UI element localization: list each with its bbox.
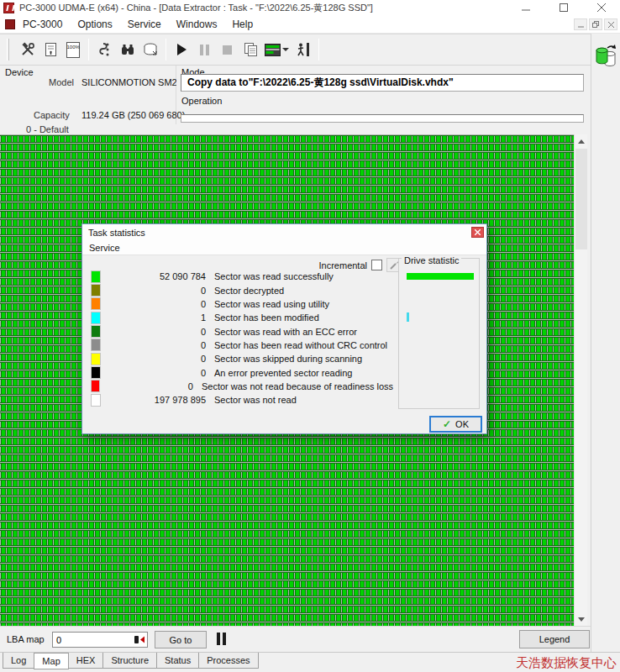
stat-row: 0 Sector was read with an ECC error (82, 324, 393, 338)
stat-row: 0 Sector was not read because of readine… (82, 380, 393, 393)
legend-button[interactable]: Legend (519, 630, 590, 648)
model-label: Model (49, 77, 74, 87)
stat-row: 0 Sector was read using utility (82, 297, 393, 311)
tab-hex[interactable]: HEX (68, 653, 104, 669)
ok-button[interactable]: ✓ OK (429, 416, 482, 433)
exit-icon[interactable] (292, 39, 314, 61)
stat-color-swatch (92, 271, 100, 282)
map-pause-icon[interactable] (217, 633, 226, 645)
menu-pc3000[interactable]: PC-3000 (15, 17, 70, 32)
scroll-down-icon[interactable] (575, 612, 588, 626)
pause-icon[interactable] (193, 39, 216, 61)
play-icon[interactable] (171, 39, 193, 61)
map-scrollbar[interactable] (574, 134, 587, 626)
script-info-icon[interactable] (39, 39, 61, 61)
menu-options[interactable]: Options (70, 17, 119, 32)
stat-color-swatch (92, 381, 99, 391)
stat-label: Sector was read successfully (214, 271, 334, 281)
stat-label: Sector was read using utility (214, 299, 329, 309)
capacity-value: 119.24 GB (250 069 680) (81, 110, 185, 120)
drive-stat-bar-modified (407, 312, 409, 322)
mdi-minimize-button[interactable] (574, 18, 587, 30)
tab-processes[interactable]: Processes (198, 653, 258, 669)
stat-color-swatch (92, 285, 100, 296)
stat-row: 197 978 895 Sector was not read (82, 393, 393, 407)
stat-color-swatch (92, 339, 100, 350)
tab-map[interactable]: Map (34, 653, 68, 669)
toolbar-grip[interactable] (7, 39, 9, 60)
mdi-restore-button[interactable] (589, 18, 602, 30)
stat-row: 1 Sector has been modified (82, 311, 393, 324)
device-panel-title: Device (5, 67, 34, 77)
drive-resources-icon[interactable]: 100% (61, 39, 84, 61)
utility-icon[interactable] (93, 39, 116, 61)
right-toolbar (591, 34, 620, 652)
stat-label: Sector was read with an ECC error (214, 327, 357, 337)
map-header-label: 0 - Default (24, 124, 71, 134)
dialog-body: Incremental 52 090 784 Sector was read s… (82, 255, 486, 433)
ok-button-label: OK (455, 419, 469, 429)
info-panels: Device Model SILICONMOTION SM2246XT 2014… (0, 66, 591, 124)
tab-log[interactable]: Log (3, 653, 34, 669)
erase-icon[interactable] (139, 39, 161, 61)
statistics-list: 52 090 784 Sector was read successfully … (82, 270, 393, 407)
dialog-menu-service[interactable]: Service (89, 243, 120, 253)
bottom-tab-bar: Log Map HEX Structure Status Processes 天… (0, 652, 620, 672)
dialog-close-button[interactable] (471, 227, 484, 238)
task-statistics-dialog: Task statistics Service Incremental (81, 223, 487, 434)
tab-status[interactable]: Status (156, 653, 199, 669)
goto-button[interactable]: Go to (155, 631, 207, 648)
maximize-button[interactable] (544, 0, 582, 15)
toolbar-separator (166, 39, 166, 60)
stat-label: Sector was skipped during scanning (214, 354, 362, 364)
stat-label: Sector was not read (214, 395, 297, 405)
stat-count: 1 (100, 312, 206, 323)
app-logo-icon (3, 3, 14, 13)
stat-color-swatch (92, 326, 100, 337)
dec-hex-toggle-icon[interactable] (134, 635, 145, 644)
scrollbar-thumb[interactable] (575, 149, 587, 249)
window-title: PC-3000 UDMA-E (x64) - China - [Data Ext… (19, 2, 373, 14)
mode-value-box: Copy data to"F:\2022\6.25-黄128g ssd\Virt… (181, 74, 584, 92)
tab-structure[interactable]: Structure (102, 653, 157, 669)
stat-count: 0 (100, 286, 206, 296)
close-button[interactable] (582, 0, 620, 15)
tools-icon[interactable] (16, 39, 39, 61)
menu-windows[interactable]: Windows (169, 17, 225, 32)
minimize-button[interactable] (507, 0, 544, 15)
database-copy-icon[interactable] (595, 45, 617, 67)
dialog-title: Task statistics (88, 228, 145, 238)
menu-bar: PC-3000 Options Service Windows Help (0, 15, 620, 34)
drive-resources-label: 100% (66, 42, 80, 58)
menu-help[interactable]: Help (224, 17, 260, 32)
lba-map-label: LBA map (7, 634, 45, 644)
stat-color-swatch (92, 395, 100, 406)
stat-row: 0 Sector has been read without CRC contr… (82, 339, 393, 352)
watermark-text: 天浩数据恢复中心 (516, 655, 617, 671)
stop-icon[interactable] (216, 39, 239, 61)
model-value: SILICONMOTION SM2246XT 2014112 (81, 77, 176, 87)
stat-count: 0 (100, 299, 206, 309)
stat-color-swatch (92, 298, 100, 309)
mdi-close-button[interactable] (604, 18, 617, 30)
check-icon: ✓ (443, 418, 451, 430)
device-panel: Device Model SILICONMOTION SM2246XT 2014… (0, 66, 176, 124)
scroll-up-icon[interactable] (575, 134, 588, 148)
menu-service[interactable]: Service (120, 17, 169, 32)
map-view-icon[interactable] (261, 39, 292, 61)
toolbar-separator (88, 39, 89, 60)
stat-count: 0 (100, 327, 206, 337)
goto-button-label: Go to (170, 635, 192, 645)
stat-row: 52 090 784 Sector was read successfully (82, 270, 393, 283)
drive-stat-bar-read-ok (407, 273, 474, 280)
map-view-dropdown-icon[interactable] (282, 48, 289, 51)
copy-sector-map-icon[interactable] (239, 39, 261, 61)
mode-panel: Mode Copy data to"F:\2022\6.25-黄128g ssd… (176, 66, 591, 124)
stat-count: 197 978 895 (100, 395, 206, 405)
stat-label: Sector has been modified (214, 312, 319, 323)
stat-count: 0 (99, 381, 193, 391)
dialog-title-bar[interactable]: Task statistics (82, 224, 486, 240)
stat-color-swatch (92, 312, 100, 323)
stat-color-swatch (92, 367, 100, 378)
search-icon[interactable] (116, 39, 139, 61)
